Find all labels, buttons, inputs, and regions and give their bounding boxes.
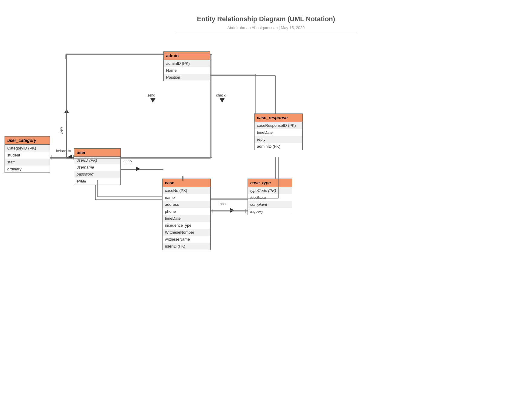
entity-case-type: case_type typeCode (PK) feedback complai…: [248, 179, 292, 215]
uml-mark-uc-user-left: ||: [49, 154, 52, 160]
entity-user-category-field-2: staff: [5, 159, 50, 166]
entity-user-field-3: email: [74, 178, 120, 185]
entity-case-response-field-1: timeDate: [255, 129, 302, 136]
entity-user-category-header: user_category: [5, 136, 50, 145]
entity-user-field-0: userID (PK): [74, 157, 120, 164]
entity-case-type-header: case_type: [248, 179, 292, 187]
entity-case-field-5: incedenceType: [163, 222, 210, 229]
rel-belong-to-label: belong to: [56, 149, 71, 153]
entity-case-field-6: WittneseNomber: [163, 229, 210, 236]
entity-admin-field-0: adminID (PK): [164, 60, 210, 67]
entity-case-type-field-1: feedback: [248, 194, 292, 201]
entity-case-response-field-2: reply: [255, 136, 302, 143]
entity-user-field-1: username: [74, 164, 120, 171]
rel-apply-label: apply: [123, 159, 132, 163]
entity-case-field-8: userID (FK): [163, 243, 210, 250]
page-subtitle: Abdelrahman Abualqumssan | May 15, 2020: [175, 25, 357, 33]
view-arrow: [64, 109, 69, 113]
rel-check-label: check: [216, 93, 225, 97]
entity-case-field-3: phone: [163, 208, 210, 215]
entity-admin: admin adminID (PK) Name Position: [163, 51, 210, 81]
entity-case-type-field-0: typeCode (PK): [248, 187, 292, 194]
uml-mark-case-top: ||: [182, 176, 184, 181]
entity-case-field-7: wittneseName: [163, 236, 210, 243]
diagram-area: admin adminID (PK) Name Position case_re…: [0, 39, 532, 411]
entity-user-category-field-1: student: [5, 152, 50, 159]
entity-case-header: case: [163, 179, 210, 187]
entity-case-response-header: case_response: [255, 114, 302, 122]
connector-lines: [0, 39, 532, 411]
entity-admin-header: admin: [164, 52, 210, 60]
entity-user-header: user: [74, 149, 120, 157]
entity-case-response: case_response caseResponseID (PK) timeDa…: [254, 113, 303, 150]
uml-mark-admin-right: |: [210, 54, 212, 59]
entity-case-type-field-2: complaint: [248, 201, 292, 208]
check-arrow: [220, 98, 225, 103]
entity-admin-field-2: Position: [164, 74, 210, 81]
entity-user-category: user_category CategoryID (PK) student st…: [5, 136, 50, 173]
entity-user: user userID (PK) username password email: [74, 148, 121, 185]
rel-has-label: has: [220, 202, 225, 206]
entity-case-response-field-0: caseResponseID (PK): [255, 122, 302, 129]
entity-user-category-field-3: ordinary: [5, 166, 50, 173]
entity-admin-field-1: Name: [164, 67, 210, 74]
entity-case-response-field-3: adminID (FK): [255, 143, 302, 150]
entity-user-field-2: password: [74, 171, 120, 178]
page-title: Entity Relationship Diagram (UML Notatio…: [0, 0, 532, 23]
uml-mark-admin-left: |: [65, 54, 66, 59]
uml-mark-case-right: |: [212, 208, 213, 214]
entity-case-type-field-3: inquery: [248, 208, 292, 215]
apply-arrow: [136, 166, 140, 171]
entity-case-field-0: caseNo (PK): [163, 187, 210, 194]
entity-case-field-4: timeDate: [163, 215, 210, 222]
rel-send-label: send: [147, 93, 155, 97]
entity-case-field-1: name: [163, 194, 210, 201]
entity-case: case caseNo (PK) name address phone time…: [162, 179, 211, 250]
entity-user-category-field-0: CategoryID (PK): [5, 145, 50, 152]
rel-view-label: view: [59, 127, 64, 134]
uml-mark-uc-user-right: ||: [71, 154, 74, 160]
entity-case-field-2: address: [163, 201, 210, 208]
uml-mark-case-type-left: |: [245, 208, 246, 214]
send-arrow: [150, 98, 155, 103]
has-arrow: [230, 208, 234, 213]
